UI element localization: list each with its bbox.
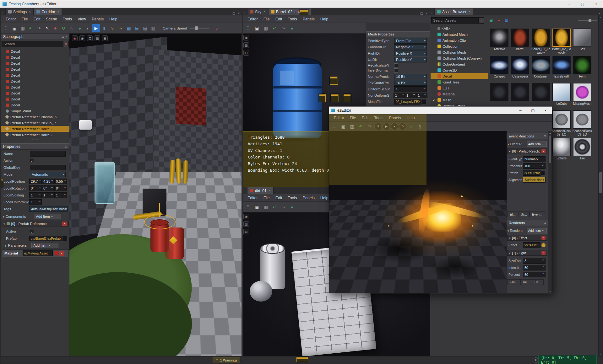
nonuniform-x-spinner[interactable]: 1 [394, 93, 405, 98]
eventtype-field[interactable]: burnmark [523, 156, 546, 162]
menu-item[interactable]: Help [404, 115, 418, 121]
pause-log-icon[interactable]: Ⅱ [534, 357, 538, 363]
scenegraph-item[interactable]: Prefab Reference: Barrel2 [1, 132, 69, 138]
asset-type-item[interactable]: ColorGradient [431, 61, 488, 67]
normalprecision-select[interactable]: 10 Bit [394, 74, 427, 79]
minimize-button[interactable]: – [562, 0, 576, 8]
panel-tab[interactable]: Emi... [507, 279, 521, 285]
prefab-asset-field[interactable]: cts/Barrel2.ezPrefab [29, 236, 62, 241]
remove-component-button[interactable] [62, 222, 67, 226]
minimize-button[interactable]: – [514, 107, 527, 114]
drag-handle[interactable]: ⠿ [330, 122, 339, 131]
tab-close-icon[interactable] [263, 10, 265, 13]
warnings-button[interactable]: ⚠ 1 Warnings [213, 357, 240, 363]
drag-handle[interactable]: ⠿ [243, 191, 247, 194]
sizefactor-spinner[interactable]: 3 [523, 258, 546, 264]
asset-type-item[interactable]: Kraut Tree [431, 79, 488, 85]
asset-type-item[interactable]: Material [431, 91, 488, 97]
menu-item[interactable]: Editor [3, 16, 19, 22]
drag-handle[interactable]: ⠿ [431, 12, 434, 15]
close-button[interactable]: × [539, 107, 552, 114]
clear-search-icon[interactable]: × [63, 41, 69, 47]
asset-item[interactable]: ScannedRock02_LQ [551, 110, 572, 137]
menu-item[interactable]: Editor [245, 195, 261, 201]
drag-handle[interactable]: ⠿ [2, 24, 10, 32]
menu-item[interactable]: View [75, 16, 89, 22]
scale-x-spinner[interactable]: 1 [29, 192, 42, 198]
asset-item[interactable]: Cassiopeia [510, 55, 530, 83]
scenegraph-item[interactable]: Prefab Reference: Plasma_S... [1, 114, 69, 120]
menu-item[interactable]: File [347, 115, 359, 121]
asset-type-item[interactable]: Curve1D [431, 67, 488, 73]
tabbar-controls[interactable] [230, 12, 242, 15]
asset-type-item[interactable]: Decal [431, 73, 488, 79]
alignment-select[interactable]: Surface Non [523, 177, 546, 183]
redo-icon[interactable]: ↷ [35, 24, 43, 32]
filter-meshes-icon[interactable]: ▣ [488, 18, 494, 23]
tags-select[interactable]: AutoColMesh|CastShadow [29, 206, 68, 212]
tab-asset-browser[interactable]: Asset Browser [434, 8, 473, 15]
effect-asset-field[interactable]: fectAsset [523, 242, 541, 248]
menu-item[interactable]: Tools [60, 16, 75, 22]
asset-item[interactable]: Tire [572, 137, 593, 164]
pos-x-spinner[interactable]: 29.7 [29, 179, 42, 184]
globalkey-input[interactable] [30, 165, 66, 170]
asset-item[interactable]: Container [530, 55, 551, 83]
scenegraph-item[interactable]: Prefab Reference: Pickup_P... [1, 120, 69, 126]
sound-icon[interactable]: ♪ [407, 122, 415, 131]
intensity-spinner[interactable]: 50 [523, 265, 546, 270]
grid-toggle-icon[interactable]: ▦ [95, 35, 100, 41]
scenegraph-item[interactable]: Simple Wind [1, 108, 69, 114]
asset-search-input[interactable] [431, 17, 478, 24]
save-all-icon[interactable]: ▥ [348, 122, 356, 131]
thumbnail-size-slider[interactable] [578, 20, 597, 21]
rightdir-select[interactable]: Positive X [394, 51, 427, 56]
asset-type-item[interactable]: Collision Mesh (Convex) [431, 55, 488, 61]
texcoordprecision-select[interactable]: 16 Bit [394, 80, 427, 86]
render-mode-icon[interactable]: ▥ [149, 24, 157, 32]
grid-toggle-icon[interactable]: ▦ [243, 221, 249, 227]
parameters-twist[interactable] [1, 244, 7, 247]
asset-item[interactable]: Fern [572, 55, 593, 83]
group-twist[interactable] [509, 236, 511, 240]
material-asset-field[interactable]: ezMaterialAsset [23, 250, 53, 256]
scale-icon[interactable]: ◇ [68, 24, 76, 32]
render-overlay-icon[interactable]: ▤ [141, 24, 149, 32]
asset-browser-scrollbar[interactable]: ▴ ▾ [598, 15, 603, 356]
menu-item[interactable]: Editor [245, 16, 261, 22]
titlebar[interactable]: Testing Chambers - ezEditor – ▢ × [0, 0, 603, 8]
browse-meshfile-button[interactable] [421, 99, 426, 104]
tab-corridor[interactable]: Corridor [34, 8, 62, 15]
asset-type-item[interactable]: Collection [431, 43, 488, 49]
particle-editor-window[interactable]: ezEditor – ▢ × EditorFileEditToolsPanels… [329, 106, 552, 293]
scale-z-spinner[interactable]: 1 [54, 192, 67, 198]
rotate-icon[interactable]: ↻ [59, 24, 68, 32]
rot-y-spinner[interactable]: 0° [42, 185, 54, 191]
nonuniform-z-spinner[interactable]: 1 [416, 93, 427, 98]
asset-type-item[interactable]: <All> [431, 25, 488, 31]
close-panel-icon[interactable] [66, 35, 67, 38]
drag-handle[interactable]: ⠿ [244, 203, 252, 211]
group-twist[interactable] [3, 222, 5, 226]
pos-y-spinner[interactable]: 4.25 [42, 179, 54, 184]
effect-renderer-group[interactable]: [0] - Effect [507, 235, 547, 241]
asset-item[interactable] [489, 83, 510, 110]
prefab-reaction-group[interactable]: [0] - Prefab Reaction [507, 148, 547, 154]
undo-icon[interactable]: ↶ [357, 122, 365, 131]
asset-item[interactable]: Sphere [551, 137, 572, 164]
scene-viewport[interactable]: ◉◉⊡▦▣ [69, 34, 242, 356]
tab-settings[interactable]: Settings [5, 8, 34, 15]
menu-item[interactable]: Panels [386, 115, 404, 121]
group-twist[interactable] [509, 149, 511, 153]
tab-close-icon[interactable] [29, 10, 31, 13]
float-panel-icon[interactable] [62, 35, 64, 38]
asset-item[interactable]: ScannedRock03_LQ [572, 110, 593, 137]
menu-item[interactable]: Tools [371, 115, 386, 121]
active-checkbox[interactable] [30, 159, 34, 163]
snap-icon[interactable]: ⊞ [133, 24, 141, 32]
asset-type-item[interactable]: Animated Mesh [431, 31, 488, 37]
light-renderer-group[interactable]: [1] - Light [507, 250, 547, 256]
scale-y-spinner[interactable]: 1 [42, 192, 54, 198]
scenegraph-item[interactable]: Decal [1, 78, 69, 84]
pause-icon[interactable]: Ⅱ [100, 24, 108, 32]
